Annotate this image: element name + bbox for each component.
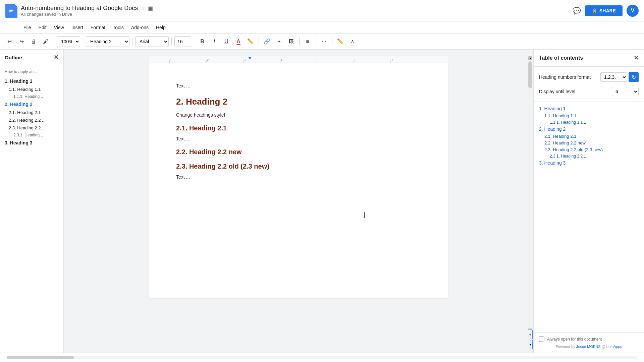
scroll-up-button[interactable]: ▲	[528, 56, 532, 60]
toc-item-7[interactable]: 2.3. Heading 2.2 old (2.3 new)	[539, 147, 639, 152]
toc-always-open-row: Always open for this document	[539, 337, 639, 342]
menu-help[interactable]: Help	[153, 23, 169, 32]
outline-item-h2-4[interactable]: 2.3. Heading 2.2 ...	[0, 124, 63, 132]
align-button[interactable]: ≡	[302, 36, 313, 47]
doc-subtext-h2: Change headings style!	[176, 112, 421, 118]
menu-format[interactable]: Format	[87, 23, 109, 32]
toc-item-6[interactable]: 2.2. Heading 2.2 new	[539, 140, 639, 145]
doc-heading-2-3[interactable]: 2.3. Heading 2.2 old (2.3 new)	[176, 163, 421, 170]
doc-title[interactable]: Auto-numbering to Heading at Google Docs	[21, 5, 138, 12]
redo-button[interactable]: ↪	[16, 36, 27, 47]
font-size-input[interactable]	[174, 36, 191, 47]
toc-item-4[interactable]: 2. Heading 2	[539, 126, 639, 132]
underline-button[interactable]: U	[221, 36, 232, 47]
folder-icon[interactable]: ▣	[148, 5, 153, 11]
menu-tools[interactable]: Tools	[109, 23, 127, 32]
menu-insert[interactable]: Insert	[68, 23, 87, 32]
outline-close-button[interactable]: ✕	[54, 54, 59, 61]
toc-item-5[interactable]: 2.1. Heading 2.1	[539, 134, 639, 139]
edit-mode-button[interactable]: ✏️	[335, 36, 346, 47]
doc-heading-2[interactable]: 2. Heading 2	[176, 97, 421, 107]
zoom-select[interactable]: 100%	[57, 36, 80, 47]
outline-item-h2-1[interactable]: 1.1. Heading 1.1	[0, 85, 63, 93]
powered-company[interactable]: LumApps	[606, 345, 622, 349]
menu-edit[interactable]: Edit	[35, 23, 50, 32]
divider-9	[332, 38, 332, 46]
document-area[interactable]: 1 2 3 4 5 6 7 Text … 2. Heading 2 Chan	[64, 50, 533, 353]
share-button[interactable]: 🔒 SHARE	[585, 5, 623, 16]
outline-item-h2-3[interactable]: 2.2. Heading 2.2 ...	[0, 116, 63, 124]
svg-text:2: 2	[207, 58, 209, 62]
menu-view[interactable]: View	[51, 23, 67, 32]
divider-4	[171, 38, 172, 46]
scroll-thumb[interactable]	[528, 61, 532, 88]
outline-header: Outline ✕	[0, 50, 63, 65]
powered-author[interactable]: Josué MOENS	[576, 345, 601, 349]
outline-item-h1-1[interactable]: 1. Heading 1	[0, 77, 63, 85]
toc-close-button[interactable]: ✕	[634, 54, 639, 62]
svg-rect-1	[9, 9, 13, 9]
more-options-button[interactable]: ···	[319, 36, 329, 47]
toc-settings: Heading numbers format 1.2.3. 1.2.3 (1) …	[534, 67, 644, 102]
italic-button[interactable]: I	[209, 36, 220, 47]
comment-icon[interactable]: 💬	[573, 7, 581, 15]
svg-text:1: 1	[170, 58, 172, 62]
style-select[interactable]: Heading 2	[86, 36, 129, 47]
toc-always-open-checkbox[interactable]	[539, 337, 544, 342]
expand-button[interactable]: ∧	[347, 36, 358, 47]
toc-header: Table of contents ✕	[534, 50, 644, 67]
svg-rect-2	[9, 10, 13, 11]
bold-button[interactable]: B	[197, 36, 208, 47]
horizontal-scrollbar[interactable]	[7, 356, 637, 359]
nav-down-button[interactable]: ▼	[528, 340, 533, 349]
toc-item-8[interactable]: 2.3.1. Heading 2.2.1	[539, 154, 639, 159]
comment-button[interactable]: +	[274, 36, 284, 47]
toc-panel: Table of contents ✕ Heading numbers form…	[533, 50, 644, 353]
divider-7	[299, 38, 300, 46]
image-button[interactable]: 🖼	[286, 36, 297, 47]
outline-item-h3-2[interactable]: 2.3.1. Heading...	[0, 132, 63, 138]
toc-always-open-label: Always open for this document	[547, 337, 602, 342]
format-paint-button[interactable]: 🖌	[40, 36, 51, 47]
toc-item-9[interactable]: 3. Heading 3	[539, 160, 639, 166]
toc-item-2[interactable]: 1.1. Heading 1.1	[539, 113, 639, 118]
powered-at: @	[602, 345, 606, 349]
outline-item-h3-1[interactable]: 1.1.1. Heading...	[0, 93, 63, 100]
print-button[interactable]: 🖨	[28, 36, 39, 47]
top-right-area: 💬 🔒 SHARE V	[573, 5, 639, 17]
scroll-thumb-h[interactable]	[7, 356, 74, 359]
menu-file[interactable]: File	[20, 23, 35, 32]
toc-item-1[interactable]: 1. Heading 1	[539, 106, 639, 111]
highlight-button[interactable]: ✏️	[245, 36, 256, 47]
toc-refresh-button[interactable]: ↻	[629, 72, 639, 82]
avatar[interactable]: V	[627, 5, 639, 17]
svg-text:6: 6	[355, 58, 356, 62]
undo-button[interactable]: ↩	[4, 36, 15, 47]
bottom-bar	[0, 353, 644, 362]
doc-heading-2-1[interactable]: 2.1. Heading 2.1	[176, 124, 421, 132]
menu-addons[interactable]: Add-ons	[128, 23, 152, 32]
toolbar: ↩ ↪ 🖨 🖌 100% Heading 2 Arial B I U A ✏️ …	[0, 34, 644, 50]
text-color-button[interactable]: A	[233, 36, 244, 47]
svg-rect-3	[9, 11, 12, 12]
add-page-button[interactable]: +	[528, 330, 533, 339]
font-select[interactable]: Arial	[135, 36, 169, 47]
outline-item-h2-2[interactable]: 2.1. Heading 2.1	[0, 109, 63, 116]
doc-text-before: Text …	[176, 83, 421, 88]
toc-level-row: Display until level 6 1 2 3 4 5	[539, 87, 639, 96]
svg-rect-4	[149, 56, 448, 63]
doc-heading-2-2[interactable]: 2.2. Heading 2.2 new	[176, 148, 421, 156]
document-page[interactable]: Text … 2. Heading 2 Change headings styl…	[149, 63, 448, 298]
link-button[interactable]: 🔗	[262, 36, 272, 47]
toc-item-3[interactable]: 1.1.1. Heading 1.1.1	[539, 120, 639, 125]
outline-item-h1-3[interactable]: 3. Heading 3	[0, 138, 63, 147]
toc-level-select[interactable]: 6 1 2 3 4 5	[612, 87, 639, 96]
doc-title-area: Auto-numbering to Heading at Google Docs…	[21, 5, 569, 17]
top-bar: Auto-numbering to Heading at Google Docs…	[0, 0, 644, 21]
toc-format-row: Heading numbers format 1.2.3. 1.2.3 (1) …	[539, 72, 639, 82]
star-icon[interactable]: ☆	[141, 5, 145, 11]
share-lock-icon: 🔒	[592, 8, 597, 13]
toc-format-select[interactable]: 1.2.3. 1.2.3 (1)	[600, 72, 627, 82]
outline-section-title: How to apply au...	[0, 68, 63, 77]
outline-item-h1-2[interactable]: 2. Heading 2	[0, 100, 63, 109]
